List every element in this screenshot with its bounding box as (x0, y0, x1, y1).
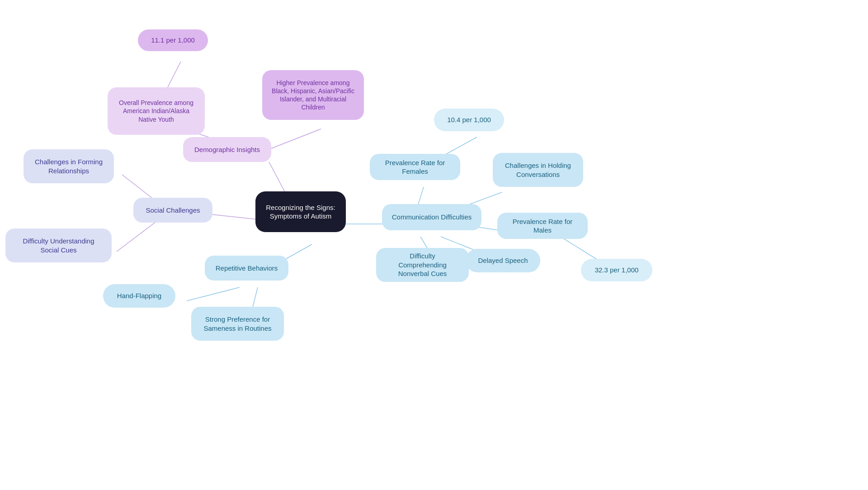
delayed-speech-label: Delayed Speech (478, 256, 528, 265)
difficulty-cues-label: Difficulty Comprehending Nonverbal Cues (385, 252, 460, 278)
prevalence-323-node: 32.3 per 1,000 (581, 259, 652, 281)
prevalence-111-node: 11.1 per 1,000 (138, 29, 208, 51)
challenges-conversations-node: Challenges in Holding Conversations (493, 153, 583, 187)
difficulty-social-label: Difficulty Understanding Social Cues (14, 237, 103, 254)
communication-difficulties-label: Communication Difficulties (392, 213, 472, 222)
prevalence-104-node: 10.4 per 1,000 (434, 109, 504, 131)
social-challenges-node: Social Challenges (133, 198, 212, 223)
svg-line-9 (187, 287, 240, 301)
prevalence-males-node: Prevalence Rate for Males (497, 213, 588, 239)
hand-flapping-node: Hand-Flapping (103, 284, 175, 308)
repetitive-behaviors-label: Repetitive Behaviors (216, 264, 278, 273)
overall-prevalence-node: Overall Prevalence among American Indian… (108, 87, 205, 135)
difficulty-social-node: Difficulty Understanding Social Cues (5, 228, 112, 262)
delayed-speech-node: Delayed Speech (466, 249, 540, 272)
prevalence-females-label: Prevalence Rate for Females (379, 158, 451, 176)
mind-map: Recognizing the Signs: Symptoms of Autis… (0, 0, 868, 490)
overall-prevalence-label: Overall Prevalence among American Indian… (117, 99, 196, 124)
social-challenges-label: Social Challenges (146, 206, 200, 215)
demographic-insights-node: Demographic Insights (183, 137, 271, 162)
svg-line-5 (269, 129, 321, 149)
higher-prevalence-node: Higher Prevalence among Black, Hispanic,… (262, 70, 364, 120)
prevalence-males-label: Prevalence Rate for Males (506, 217, 579, 235)
prevalence-females-node: Prevalence Rate for Females (370, 154, 460, 180)
repetitive-behaviors-node: Repetitive Behaviors (205, 256, 288, 281)
strong-preference-label: Strong Preference for Sameness in Routin… (200, 315, 275, 333)
higher-prevalence-label: Higher Prevalence among Black, Hispanic,… (271, 79, 355, 112)
center-node: Recognizing the Signs: Symptoms of Autis… (255, 191, 346, 232)
center-label: Recognizing the Signs: Symptoms of Autis… (266, 203, 335, 221)
communication-difficulties-node: Communication Difficulties (382, 204, 481, 230)
prevalence-111-label: 11.1 per 1,000 (151, 36, 195, 45)
challenges-conversations-label: Challenges in Holding Conversations (502, 161, 574, 179)
hand-flapping-label: Hand-Flapping (117, 291, 161, 300)
challenges-forming-node: Challenges in Forming Relationships (24, 149, 114, 183)
prevalence-104-label: 10.4 per 1,000 (447, 115, 491, 124)
strong-preference-node: Strong Preference for Sameness in Routin… (191, 307, 284, 341)
demographic-insights-label: Demographic Insights (194, 145, 260, 154)
connections-layer (0, 0, 868, 490)
prevalence-323-label: 32.3 per 1,000 (595, 266, 639, 275)
challenges-forming-label: Challenges in Forming Relationships (33, 157, 105, 175)
difficulty-cues-node: Difficulty Comprehending Nonverbal Cues (376, 248, 469, 282)
